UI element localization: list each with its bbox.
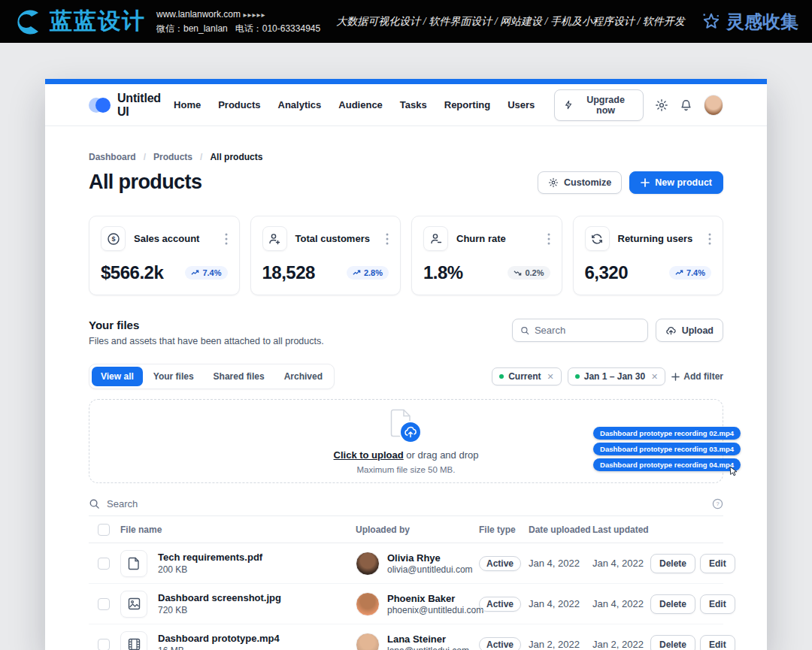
customize-button[interactable]: Customize xyxy=(538,171,622,194)
brand-mark-icon xyxy=(89,98,111,113)
help-circle-icon[interactable]: ? xyxy=(712,498,723,509)
inspiration-collect[interactable]: 灵感收集 xyxy=(701,10,798,34)
nav-item-users[interactable]: Users xyxy=(508,99,535,110)
stat-cards: $ Sales account $566.2k 7.4% xyxy=(89,216,723,295)
kebab-menu-icon[interactable] xyxy=(225,233,228,245)
kebab-menu-icon[interactable] xyxy=(547,233,550,245)
nav-links: Home Products Analytics Audience Tasks R… xyxy=(174,99,535,110)
stat-value: $566.2k xyxy=(101,262,163,283)
nav-item-reporting[interactable]: Reporting xyxy=(444,99,490,110)
status-badge: Active xyxy=(479,556,521,571)
search-icon xyxy=(89,498,100,509)
notifications-bell-icon[interactable] xyxy=(680,98,692,112)
new-product-button[interactable]: New product xyxy=(629,171,723,194)
banner-contact: www.lanlanwork.com ▸▸▸▸▸ 微信：ben_lanlan 电… xyxy=(156,8,320,35)
kebab-menu-icon[interactable] xyxy=(386,233,389,245)
banner-wechat: 微信：ben_lanlan xyxy=(156,23,228,34)
customize-gear-icon xyxy=(548,177,559,188)
dragged-file-chip[interactable]: Dashboard prototype recording 04.mp4 xyxy=(593,458,741,471)
svg-text:?: ? xyxy=(716,500,719,507)
click-to-upload-link[interactable]: Click to upload xyxy=(334,449,404,461)
tab-your-files[interactable]: Your files xyxy=(144,367,203,386)
user-avatar[interactable] xyxy=(704,95,723,116)
brand-logo[interactable]: Untitled UI xyxy=(89,92,174,119)
stat-value: 6,320 xyxy=(585,262,629,283)
uploader-avatar xyxy=(356,633,380,650)
tab-view-all[interactable]: View all xyxy=(92,367,143,386)
banner-services: 大数据可视化设计 / 软件界面设计 / 网站建设 / 手机及小程序设计 / 软件… xyxy=(331,15,690,29)
filter-bar: Current ✕ Jan 1 – Jan 30 ✕ Add filter xyxy=(492,367,723,385)
tab-shared-files[interactable]: Shared files xyxy=(205,367,274,386)
upload-button[interactable]: Upload xyxy=(656,319,723,342)
file-name[interactable]: Tech requirements.pdf xyxy=(158,552,262,563)
table-header: File name Uploaded by File type Date upl… xyxy=(89,516,723,543)
files-search-input[interactable] xyxy=(535,325,640,336)
banner-phone: 电话：010-63334945 xyxy=(235,23,320,34)
upgrade-button[interactable]: Upgrade now xyxy=(554,89,643,121)
upload-cloud-circle-icon xyxy=(399,421,422,443)
table-row: Dashboard screenshot.jpg 720 KB Phoenix … xyxy=(89,584,723,624)
delete-button[interactable]: Delete xyxy=(650,594,695,614)
edit-button[interactable]: Edit xyxy=(700,554,735,573)
stat-card-returning: Returning users 6,320 7.4% xyxy=(573,216,724,295)
col-date-uploaded[interactable]: Date uploaded xyxy=(529,525,592,535)
table-search-row[interactable]: Search ? xyxy=(89,492,723,516)
files-section-subtitle: Files and assets that have been attached… xyxy=(89,336,324,346)
col-uploaded-by[interactable]: Uploaded by xyxy=(356,525,479,535)
dragged-files: Dashboard prototype recording 02.mp4 Das… xyxy=(593,427,741,471)
uploader-name: Lana Steiner xyxy=(387,633,469,645)
delete-button[interactable]: Delete xyxy=(650,554,695,573)
mouse-cursor-icon xyxy=(729,466,739,477)
file-name[interactable]: Dashboard screenshot.jpg xyxy=(158,592,281,603)
files-search-field[interactable] xyxy=(512,319,648,342)
nav-item-analytics[interactable]: Analytics xyxy=(278,99,322,110)
row-checkbox[interactable] xyxy=(98,598,110,610)
dragged-file-chip[interactable]: Dashboard prototype recording 03.mp4 xyxy=(593,443,741,455)
status-dot xyxy=(575,374,580,379)
files-section-title: Your files xyxy=(89,319,324,331)
edit-button[interactable]: Edit xyxy=(700,635,735,650)
nav-item-home[interactable]: Home xyxy=(174,99,201,110)
nav-actions: Upgrade now xyxy=(554,89,723,121)
nav-item-products[interactable]: Products xyxy=(218,99,260,110)
tab-archived[interactable]: Archived xyxy=(275,367,332,386)
stat-card-customers: Total customers 18,528 2.8% xyxy=(250,216,401,295)
plus-icon xyxy=(671,373,680,381)
settings-gear-icon[interactable] xyxy=(655,98,668,112)
nav-item-tasks[interactable]: Tasks xyxy=(400,99,427,110)
file-size: 16 MB xyxy=(158,645,280,650)
table-search-label[interactable]: Search xyxy=(107,498,705,509)
row-checkbox[interactable] xyxy=(98,558,110,570)
lanlan-logo-text: 蓝蓝设计 xyxy=(50,6,146,37)
kebab-menu-icon[interactable] xyxy=(708,233,711,245)
date-uploaded: Jan 4, 2022 xyxy=(529,558,592,569)
stat-value: 18,528 xyxy=(262,262,315,283)
remove-filter-icon[interactable]: ✕ xyxy=(651,372,658,382)
dollar-circle-icon: $ xyxy=(101,226,126,251)
select-all-checkbox[interactable] xyxy=(98,524,110,536)
uploader-name: Phoenix Baker xyxy=(387,593,483,604)
lanlan-logo-icon xyxy=(14,7,44,37)
breadcrumb-dashboard[interactable]: Dashboard xyxy=(89,152,136,162)
col-file-name[interactable]: File name xyxy=(120,525,162,535)
row-checkbox[interactable] xyxy=(98,639,110,650)
lanlan-logo[interactable]: 蓝蓝设计 xyxy=(14,6,146,37)
upload-dropzone[interactable]: Click to upload or drag and drop Maximum… xyxy=(89,399,723,483)
dragged-file-chip[interactable]: Dashboard prototype recording 02.mp4 xyxy=(593,427,741,440)
filter-pill-current[interactable]: Current ✕ xyxy=(492,367,562,385)
status-dot xyxy=(499,374,504,379)
file-name[interactable]: Dashboard prototype.mp4 xyxy=(158,633,280,644)
remove-filter-icon[interactable]: ✕ xyxy=(547,372,554,382)
delete-button[interactable]: Delete xyxy=(650,635,695,650)
breadcrumb-current: All products xyxy=(210,152,262,162)
filter-pill-daterange[interactable]: Jan 1 – Jan 30 ✕ xyxy=(568,367,666,385)
col-file-type[interactable]: File type xyxy=(479,525,529,535)
banner-website[interactable]: www.lanlanwork.com xyxy=(156,9,241,20)
nav-item-audience[interactable]: Audience xyxy=(338,99,383,110)
edit-button[interactable]: Edit xyxy=(700,594,735,614)
app-window: Untitled UI Home Products Analytics Audi… xyxy=(45,79,767,650)
breadcrumb-products[interactable]: Products xyxy=(153,152,192,162)
status-badge: Active xyxy=(479,597,521,612)
col-last-updated[interactable]: Last updated xyxy=(592,525,650,535)
add-filter-button[interactable]: Add filter xyxy=(671,371,723,382)
